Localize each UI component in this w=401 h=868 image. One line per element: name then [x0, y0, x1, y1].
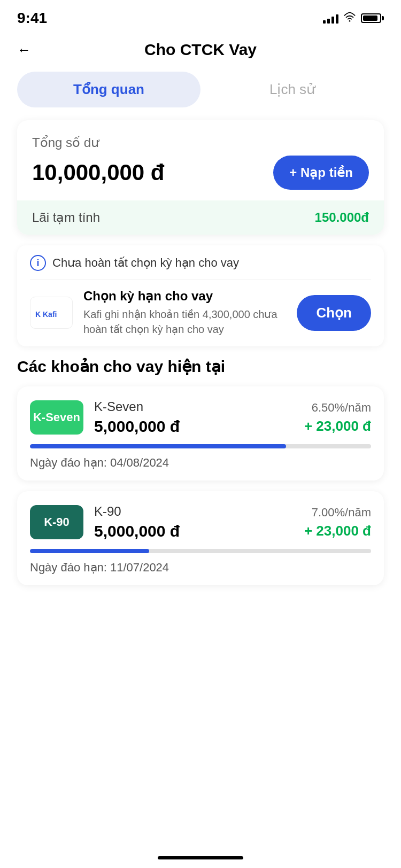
balance-amount: 10,000,000 đ — [32, 160, 165, 185]
tab-lich-su[interactable]: Lịch sử — [200, 72, 384, 107]
loan-rate-1: 6.50%/năm — [304, 401, 371, 415]
nap-tien-button[interactable]: + Nạp tiền — [273, 156, 369, 190]
status-icons — [323, 11, 384, 25]
tab-tong-quan[interactable]: Tổng quan — [17, 72, 200, 107]
chon-button[interactable]: Chọn — [297, 295, 371, 331]
kafi-info: Chọn kỳ hạn cho vay Kafi ghi nhận khoản … — [83, 289, 288, 337]
header: ← Cho CTCK Vay — [0, 32, 401, 67]
signal-icon — [323, 13, 338, 24]
loan-interest-1: + 23,000 đ — [304, 418, 371, 435]
loan-badge-2: K-90 — [30, 505, 83, 539]
kafi-logo: K Kafi — [30, 297, 73, 329]
loan-card-1-top: K-Seven K-Seven 5,000,000 đ 6.50%/năm + … — [30, 399, 371, 436]
back-button[interactable]: ← — [17, 42, 31, 58]
notice-row: i Chưa hoàn tất chọn kỳ hạn cho vay — [30, 255, 371, 280]
progress-bar-2 — [30, 549, 371, 553]
progress-fill-1 — [30, 444, 286, 448]
loan-right-2: 7.00%/năm + 23,000 đ — [304, 506, 371, 539]
svg-text:K Kafi: K Kafi — [35, 310, 57, 319]
progress-fill-2 — [30, 549, 149, 553]
page-title: Cho CTCK Vay — [144, 41, 257, 59]
loan-rate-2: 7.00%/năm — [304, 506, 371, 520]
tabs: Tổng quan Lịch sử — [0, 72, 401, 107]
status-bar: 9:41 — [0, 0, 401, 32]
wifi-icon — [344, 11, 356, 25]
loan-interest-2: + 23,000 đ — [304, 523, 371, 539]
section-title: Các khoản cho vay hiện tại — [0, 357, 401, 376]
loan-name-2: K-90 — [94, 504, 294, 519]
lai-value: 150.000đ — [315, 210, 369, 225]
loan-card-2: K-90 K-90 5,000,000 đ 7.00%/năm + 23,000… — [17, 491, 384, 585]
loan-amount-1: 5,000,000 đ — [94, 417, 294, 436]
lai-label: Lãi tạm tính — [32, 210, 100, 225]
loan-right-1: 6.50%/năm + 23,000 đ — [304, 401, 371, 435]
loan-date-1: Ngày đáo hạn: 04/08/2024 — [30, 456, 371, 470]
info-icon: i — [30, 255, 46, 271]
notice-card: i Chưa hoàn tất chọn kỳ hạn cho vay K Ka… — [17, 245, 384, 346]
svg-point-0 — [349, 20, 351, 22]
balance-label: Tổng số dư — [32, 135, 369, 150]
loan-info-1: K-Seven 5,000,000 đ — [94, 399, 294, 436]
balance-row: 10,000,000 đ + Nạp tiền — [32, 156, 369, 190]
status-time: 9:41 — [17, 10, 47, 27]
loan-amount-2: 5,000,000 đ — [94, 522, 294, 540]
loan-badge-1: K-Seven — [30, 400, 83, 435]
kafi-title: Chọn kỳ hạn cho vay — [83, 289, 288, 304]
battery-icon — [361, 13, 384, 23]
loan-info-2: K-90 5,000,000 đ — [94, 504, 294, 540]
kafi-desc: Kafi ghi nhận khoản tiền 4,300,000 chưa … — [83, 307, 288, 337]
loan-name-1: K-Seven — [94, 399, 294, 414]
balance-card: Tổng số dư 10,000,000 đ + Nạp tiền Lãi t… — [17, 120, 384, 235]
lai-row: Lãi tạm tính 150.000đ — [17, 200, 384, 235]
kafi-row: K Kafi Chọn kỳ hạn cho vay Kafi ghi nhận… — [30, 289, 371, 337]
home-indicator — [158, 856, 243, 859]
loan-card-1: K-Seven K-Seven 5,000,000 đ 6.50%/năm + … — [17, 386, 384, 480]
loan-card-2-top: K-90 K-90 5,000,000 đ 7.00%/năm + 23,000… — [30, 504, 371, 540]
notice-text: Chưa hoàn tất chọn kỳ hạn cho vay — [52, 256, 239, 270]
loan-date-2: Ngày đáo hạn: 11/07/2024 — [30, 561, 371, 575]
kafi-left: K Kafi Chọn kỳ hạn cho vay Kafi ghi nhận… — [30, 289, 288, 337]
progress-bar-1 — [30, 444, 371, 448]
